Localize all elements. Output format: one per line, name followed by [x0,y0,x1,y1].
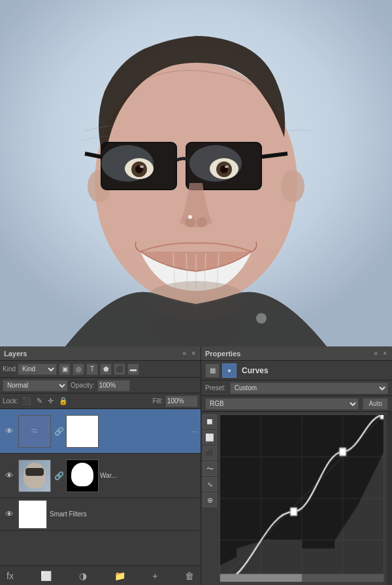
svg-point-29 [256,313,267,324]
layer-thumbnail [18,500,47,529]
properties-adjustment-tab[interactable]: ▦ [205,363,220,378]
layer-visibility-toggle[interactable]: 👁 [3,508,16,521]
layer-name-label: Smart Filters [50,510,87,518]
layer-link-icon: 🔗 [54,471,64,480]
kind-select[interactable]: Kind [18,363,57,375]
curves-graph[interactable] [220,414,384,582]
opacity-label: Opacity: [71,382,95,389]
lock-label: Lock: [3,397,18,405]
layer-item[interactable]: 👁 ≈ 🔗 ··· [0,409,201,454]
layer-visibility-toggle[interactable]: 👁 [3,469,16,482]
kind-label: Kind [3,365,16,373]
layers-filter-toolbar: Kind Kind ▣ ◎ T ⬟ ⬛ ▬ [0,361,201,378]
add-layer-adjustment-btn[interactable]: ◑ [76,569,90,582]
portrait-sketch [0,0,392,346]
add-adjustment-btn[interactable]: fx [4,569,16,582]
fill-input[interactable]: 100% [165,395,198,407]
layer-mask-thumbnail [66,460,99,492]
preset-row: Preset: Custom [201,380,392,396]
channel-row: RGB Red Green Blue Auto [201,396,392,412]
preset-label: Preset: [205,384,226,392]
layers-panel-controls: « × [182,350,197,357]
lock-all-btn[interactable]: 🔒 [57,397,69,405]
lock-pixel-btn[interactable]: ⬛ [21,397,33,405]
layer-bottom-toolbar: fx ⬜ ◑ 📁 + 🗑 [0,565,201,585]
layers-collapse-btn[interactable]: « [182,350,188,357]
curves-tool-column: 🔲 ⬜ ⬛ 〜 ∿ ⊕ [201,412,220,585]
curves-canvas[interactable] [220,415,384,582]
text-filter-btn[interactable]: T [86,363,98,375]
gray-eyedropper-btn[interactable]: ⬜ [203,430,217,444]
layer-thumbnail: ≈ [18,415,51,448]
new-layer-btn[interactable]: + [150,569,160,582]
auto-btn[interactable]: Auto [363,398,388,410]
layer-list: 👁 ≈ 🔗 ··· 👁 🔗 [0,409,201,565]
create-group-btn[interactable]: 📁 [112,569,128,582]
layer-item[interactable]: 👁 🔗 War... [0,454,201,498]
properties-curves-tab[interactable]: ● [222,363,237,378]
delete-layer-btn[interactable]: 🗑 [182,569,197,582]
layer-mask-thumbnail [66,415,99,448]
layers-close-btn[interactable]: × [190,350,197,357]
layer-more-btn[interactable]: ··· [191,427,198,436]
svg-point-21 [197,217,207,227]
curve-smooth-btn[interactable]: ∿ [203,477,217,492]
svg-point-15 [140,165,144,168]
properties-panel-title: Properties [205,350,240,358]
layer-thumbnail [18,460,51,492]
properties-panel-controls: « × [373,350,388,357]
svg-point-19 [225,165,229,168]
adjustment-filter-btn[interactable]: ◎ [73,363,84,375]
shape-filter-btn[interactable]: ⬟ [100,363,112,375]
svg-point-5 [281,170,304,203]
properties-panel: Properties « × ▦ ● Curves Preset: Custom… [201,346,392,585]
white-eyedropper-btn[interactable]: ⬛ [203,446,217,460]
opacity-input[interactable]: 100% [97,380,130,392]
layer-item[interactable]: 👁 Smart Filters [0,498,201,531]
smart-filter-btn[interactable]: ⬛ [114,363,125,375]
text-overlay-btn[interactable]: ⊕ [203,493,217,507]
blend-mode-select[interactable]: Normal [3,380,68,392]
pixel-filter-btn[interactable]: ▣ [59,363,71,375]
svg-point-22 [188,215,192,219]
lock-move-btn[interactable]: ✛ [46,397,55,405]
blend-mode-row: Normal Opacity: 100% [0,378,201,393]
layer-name-label: War... [100,472,198,479]
curves-scrollbar[interactable] [387,412,392,585]
properties-close-btn[interactable]: × [382,350,388,357]
properties-panel-header: Properties « × [201,346,392,361]
black-eyedropper-btn[interactable]: 🔲 [203,414,217,429]
curves-graph-area [220,412,387,585]
properties-tab-row: ▦ ● Curves [201,361,392,380]
preset-select[interactable]: Custom [230,382,388,394]
curve-draw-btn[interactable]: 〜 [203,461,217,476]
photo-canvas [0,0,392,346]
properties-collapse-btn[interactable]: « [373,350,380,357]
layer-link-icon: 🔗 [54,427,64,436]
layers-panel-header: Layers « × [0,346,201,361]
layers-panel-title: Layers [4,350,27,358]
layers-panel: Layers « × Kind Kind ▣ ◎ T ⬟ ⬛ ▬ Normal … [0,346,201,585]
layer-visibility-toggle[interactable]: 👁 [3,425,16,438]
add-mask-btn[interactable]: ⬜ [38,569,54,582]
fill-label: Fill: [152,397,163,405]
lock-row: Lock: ⬛ ✎ ✛ 🔒 Fill: 100% [0,393,201,409]
curves-content: 🔲 ⬜ ⬛ 〜 ∿ ⊕ [201,412,392,585]
panels-area: Layers « × Kind Kind ▣ ◎ T ⬟ ⬛ ▬ Normal … [0,346,392,585]
curves-section-title: Curves [242,366,269,375]
lock-position-btn[interactable]: ✎ [35,397,44,405]
channel-select[interactable]: RGB Red Green Blue [205,398,359,410]
video-filter-btn[interactable]: ▬ [127,363,139,375]
